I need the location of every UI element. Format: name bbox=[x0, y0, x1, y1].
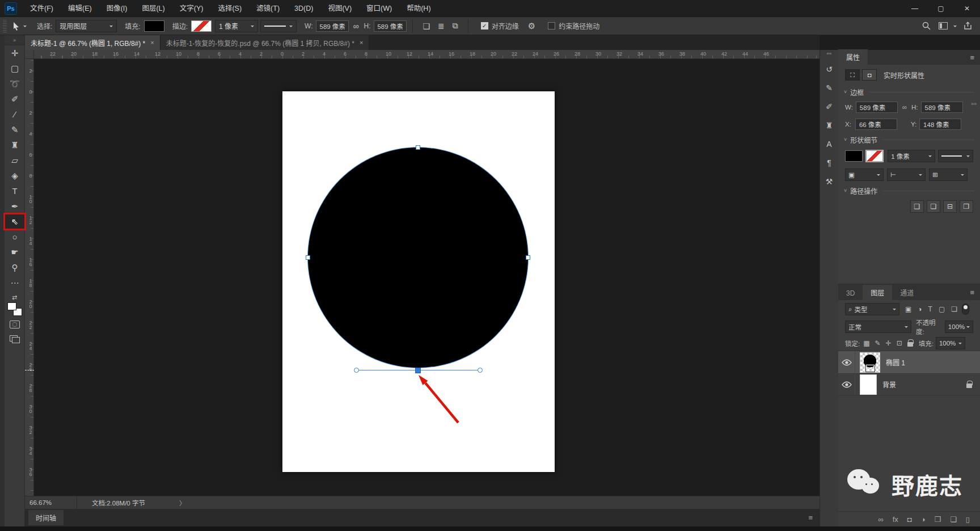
gear-icon[interactable]: ⚙ bbox=[528, 21, 535, 31]
foreground-color-swatch[interactable] bbox=[7, 302, 16, 310]
layer-style-icon[interactable]: fx bbox=[893, 515, 898, 524]
filter-shape-layers-icon[interactable]: ▢ bbox=[939, 305, 945, 313]
lasso-tool[interactable]: ➰ bbox=[5, 76, 25, 91]
menu-item[interactable]: 图层(L) bbox=[134, 0, 172, 17]
menu-item[interactable]: 帮助(H) bbox=[399, 0, 438, 17]
layers-menu-icon[interactable]: ≡ bbox=[970, 288, 974, 297]
menu-item[interactable]: 文件(F) bbox=[23, 0, 61, 17]
menu-item[interactable]: 窗口(W) bbox=[359, 0, 399, 17]
lock-artboard-icon[interactable]: ⊡ bbox=[897, 339, 902, 347]
layer-name[interactable]: 背景 bbox=[882, 380, 896, 389]
type-tool[interactable]: T bbox=[5, 183, 25, 199]
merge-shapes-button[interactable]: ❑ bbox=[910, 200, 924, 213]
shape-h-field[interactable]: 589 像素 bbox=[921, 102, 963, 113]
layer-filter-dropdown[interactable]: ⌕ 类型 bbox=[845, 303, 899, 315]
tool-presets-panel-icon[interactable]: ⚒ bbox=[822, 174, 837, 189]
character-panel-icon[interactable]: A bbox=[822, 137, 837, 151]
filter-smart-objects-icon[interactable]: ❏ bbox=[951, 305, 957, 313]
vertical-ruler[interactable]: 2024681012141618202224262830323436 bbox=[25, 59, 34, 496]
shape-width-field[interactable]: 589 像素 bbox=[316, 20, 349, 32]
lock-position-icon[interactable]: ✛ bbox=[886, 339, 892, 347]
align-edges-checkbox[interactable]: ✓ bbox=[481, 22, 488, 30]
share-icon[interactable] bbox=[964, 22, 972, 30]
lock-transparent-pixels-icon[interactable]: ▦ bbox=[863, 339, 869, 347]
eyedropper-tool[interactable]: ∕ bbox=[5, 107, 25, 122]
status-chevron-icon[interactable]: 〉 bbox=[179, 498, 185, 507]
edit-toolbar-button[interactable]: ⋯ bbox=[5, 275, 25, 290]
properties-menu-icon[interactable]: ≡ bbox=[970, 53, 974, 62]
transform-properties-button[interactable]: ⛶ bbox=[845, 69, 860, 81]
quick-mask-button[interactable] bbox=[10, 321, 20, 328]
collapse-panels-icon[interactable]: «« bbox=[827, 50, 832, 58]
options-grip[interactable] bbox=[3, 20, 7, 32]
layer-thumbnail[interactable] bbox=[860, 352, 880, 373]
close-tab-icon[interactable]: × bbox=[150, 39, 154, 46]
direction-point-right[interactable] bbox=[478, 368, 483, 373]
quick-selection-tool[interactable]: ✐ bbox=[5, 91, 25, 107]
eraser-tool[interactable]: ▱ bbox=[5, 153, 25, 168]
fill-swatch[interactable] bbox=[144, 20, 164, 32]
blend-mode-dropdown[interactable]: 正常 bbox=[845, 321, 911, 333]
layer-name[interactable]: 椭圆 1 bbox=[886, 357, 905, 367]
shape-x-field[interactable]: 66 像素 bbox=[855, 119, 897, 130]
layer-fill-dropdown[interactable]: 100% bbox=[936, 337, 965, 349]
screen-mode-button[interactable] bbox=[10, 335, 20, 343]
shape-y-field[interactable]: 148 像素 bbox=[919, 119, 961, 130]
path-alignment-icon[interactable]: ≣ bbox=[438, 22, 445, 31]
ellipse-shape[interactable] bbox=[308, 148, 528, 368]
maximize-button[interactable]: ▢ bbox=[928, 0, 954, 17]
menu-item[interactable]: 滤镜(T) bbox=[249, 0, 287, 17]
tab-3d[interactable]: 3D bbox=[838, 286, 863, 300]
brush-settings-panel-icon[interactable]: ✎ bbox=[822, 81, 837, 95]
zoom-tool[interactable]: ⚲ bbox=[5, 260, 25, 275]
stroke-width-dropdown[interactable]: 1 像素 bbox=[215, 20, 258, 32]
constrain-path-checkbox[interactable] bbox=[548, 22, 555, 30]
new-group-icon[interactable]: ❒ bbox=[935, 515, 941, 524]
section-shape-details[interactable]: ˅ 形状细节 bbox=[838, 133, 980, 146]
paint-bucket-tool[interactable]: ◈ bbox=[5, 168, 25, 183]
document-tab-inactive[interactable]: 未标题-1-恢复的-恢复的.psd @ 66.7% (椭圆 1 拷贝, RGB/… bbox=[160, 35, 369, 50]
lock-image-pixels-icon[interactable]: ✎ bbox=[875, 339, 881, 347]
select-mode-dropdown[interactable]: 现用图层 bbox=[56, 20, 117, 32]
direction-point-left[interactable] bbox=[354, 368, 359, 373]
subtract-shape-button[interactable]: ❏ bbox=[927, 200, 940, 213]
stroke-swatch[interactable] bbox=[191, 20, 212, 32]
workspace-icon[interactable] bbox=[939, 22, 948, 30]
brush-tool[interactable]: ✎ bbox=[5, 122, 25, 137]
filter-type-layers-icon[interactable]: T bbox=[928, 305, 932, 313]
clone-source-panel-icon[interactable]: ♜ bbox=[822, 118, 837, 133]
delete-layer-icon[interactable]: ▯ bbox=[966, 515, 970, 524]
intersect-shapes-button[interactable]: ⊟ bbox=[943, 200, 957, 213]
direct-selection-tool[interactable]: ⇖ bbox=[5, 214, 25, 229]
ruler-corner[interactable] bbox=[25, 50, 34, 59]
filter-adjustment-layers-icon[interactable]: ◑ bbox=[918, 305, 922, 313]
hand-tool[interactable]: ☛ bbox=[5, 245, 25, 260]
menu-item[interactable]: 编辑(E) bbox=[61, 0, 99, 17]
shape-stroke-type-dropdown[interactable] bbox=[938, 150, 973, 162]
section-path-operations[interactable]: ˅ 路径操作 bbox=[838, 184, 980, 197]
shape-w-field[interactable]: 589 像素 bbox=[856, 102, 898, 113]
adjustment-layer-icon[interactable]: ◑ bbox=[921, 515, 926, 524]
filter-toggle[interactable] bbox=[962, 304, 969, 315]
transform-handle-left[interactable] bbox=[306, 255, 310, 260]
stroke-caps-select[interactable]: ⊢ bbox=[887, 168, 926, 181]
document-tab-active[interactable]: 未标题-1 @ 66.7% (椭圆 1, RGB/8#) * × bbox=[25, 35, 160, 50]
link-dimensions-icon[interactable]: ∞ bbox=[353, 22, 358, 31]
menu-item[interactable]: 3D(D) bbox=[287, 0, 320, 17]
pen-tool[interactable]: ✒ bbox=[5, 199, 25, 214]
menu-item[interactable]: 文字(Y) bbox=[172, 0, 211, 17]
new-layer-icon[interactable]: ❏ bbox=[950, 515, 957, 524]
tab-layers[interactable]: 图层 bbox=[863, 285, 892, 300]
filter-pixel-layers-icon[interactable]: ▣ bbox=[905, 305, 911, 313]
visibility-eye-icon[interactable] bbox=[838, 374, 855, 395]
zoom-level-field[interactable]: 66.67% bbox=[25, 496, 77, 509]
tab-properties[interactable]: 属性 bbox=[838, 49, 868, 65]
tab-channels[interactable]: 通道 bbox=[892, 285, 922, 300]
minimize-button[interactable]: — bbox=[902, 0, 928, 17]
close-tab-icon[interactable]: × bbox=[360, 39, 363, 46]
menu-item[interactable]: 图像(I) bbox=[99, 0, 135, 17]
history-panel-icon[interactable]: ↺ bbox=[822, 62, 837, 77]
brushes-panel-icon[interactable]: ✐ bbox=[822, 99, 837, 114]
link-layers-icon[interactable]: ∞ bbox=[878, 515, 883, 524]
rectangular-marquee-tool[interactable]: ▢ bbox=[5, 61, 25, 76]
